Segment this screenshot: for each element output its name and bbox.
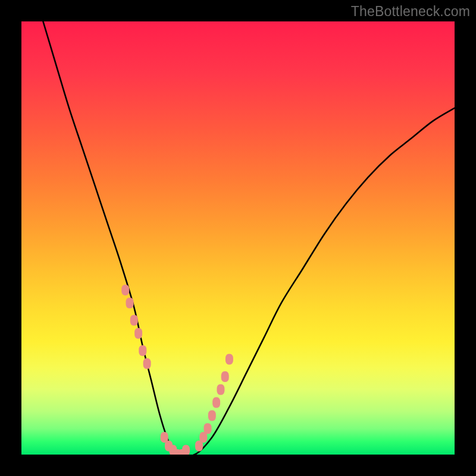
chart-svg xyxy=(21,21,455,455)
marker-point xyxy=(221,371,229,382)
bottleneck-curve xyxy=(43,21,455,455)
marker-point xyxy=(182,445,190,455)
marker-point xyxy=(208,411,216,421)
watermark-text: TheBottleneck.com xyxy=(351,4,470,20)
marker-point xyxy=(139,345,146,356)
marker-point xyxy=(212,397,220,408)
marker-point xyxy=(121,284,129,295)
plot-area xyxy=(21,21,455,455)
marker-point xyxy=(204,423,212,434)
marker-point xyxy=(134,328,142,339)
marker-point xyxy=(126,298,134,308)
marker-point xyxy=(143,358,151,369)
marker-point xyxy=(226,354,233,365)
marker-point xyxy=(217,384,224,395)
marker-point xyxy=(130,315,138,325)
chart-frame: TheBottleneck.com xyxy=(0,0,476,476)
